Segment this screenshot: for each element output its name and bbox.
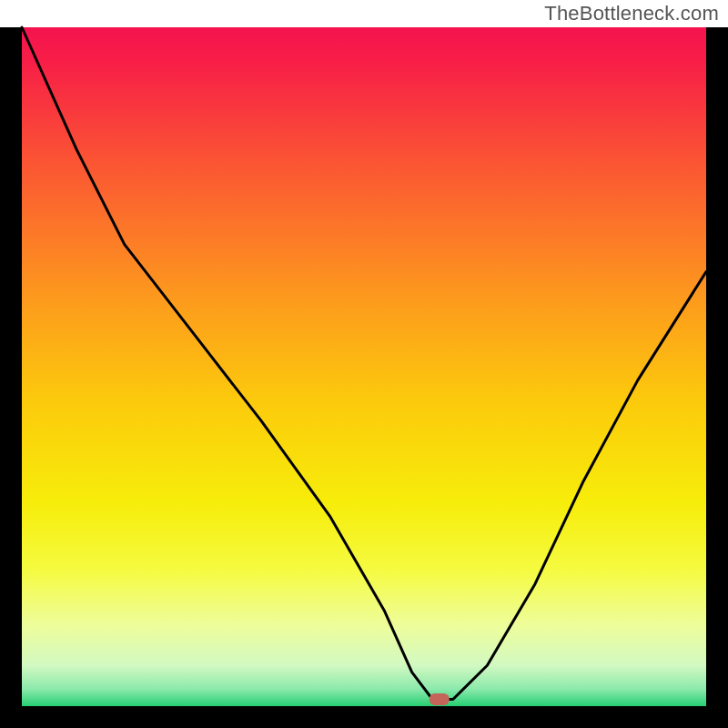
bottleneck-chart xyxy=(0,0,728,728)
frame-left xyxy=(0,27,22,728)
attribution-text: TheBottleneck.com xyxy=(544,2,719,25)
frame-bottom xyxy=(0,706,728,728)
frame-right xyxy=(706,27,728,728)
chart-container: TheBottleneck.com xyxy=(0,0,728,728)
plot-background xyxy=(22,27,706,706)
minimum-marker xyxy=(430,693,450,705)
